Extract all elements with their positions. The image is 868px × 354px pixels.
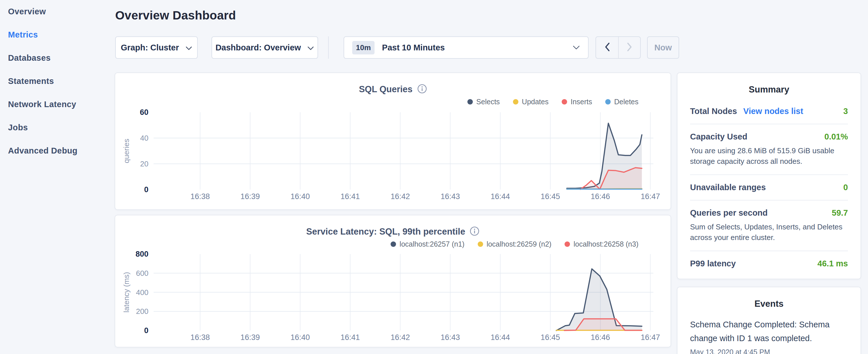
svg-text:16:42: 16:42 [391, 333, 410, 342]
svg-text:16:45: 16:45 [541, 192, 560, 201]
chevron-down-icon [185, 43, 192, 53]
sidebar-item-overview[interactable]: Overview [0, 0, 115, 23]
chart-header: Service Latency: SQL, 99th percentile [115, 226, 671, 237]
legend-label: Inserts [570, 98, 592, 106]
svg-text:600: 600 [136, 269, 149, 278]
svg-text:0: 0 [144, 326, 149, 335]
chevron-left-icon [604, 42, 610, 53]
graph-dropdown[interactable]: Graph: Cluster [115, 36, 198, 59]
legend-dot-icon [562, 99, 567, 104]
svg-text:latency (ms): latency (ms) [122, 272, 131, 313]
summary-row: Unavailable ranges0 [690, 174, 848, 200]
summary-row-label: Capacity Used [690, 132, 747, 141]
sidebar-item-advanced-debug[interactable]: Advanced Debug [0, 139, 115, 162]
info-icon[interactable] [417, 84, 427, 95]
summary-row-label: Unavailable ranges [690, 183, 766, 192]
svg-text:16:39: 16:39 [241, 192, 260, 201]
dashboard-dropdown-label: Dashboard: Overview [216, 43, 301, 53]
sidebar-item-statements[interactable]: Statements [0, 70, 115, 93]
svg-text:60: 60 [140, 108, 149, 117]
svg-text:16:38: 16:38 [191, 333, 210, 342]
summary-panel: Summary Total NodesView nodes list3Capac… [677, 72, 861, 279]
legend-dot-icon [513, 99, 518, 104]
sidebar-item-jobs[interactable]: Jobs [0, 116, 115, 139]
chart-title: SQL Queries [359, 84, 412, 95]
svg-text:800: 800 [135, 250, 149, 258]
event-message: Schema Change Completed: Schema change w… [690, 318, 848, 345]
legend-item[interactable]: Inserts [562, 98, 592, 106]
svg-text:16:44: 16:44 [491, 333, 510, 342]
svg-text:16:40: 16:40 [290, 333, 310, 342]
legend-item[interactable]: Deletes [605, 98, 639, 106]
chart-legend: SelectsUpdatesInsertsDeletes [467, 98, 639, 106]
page-title: Overview Dashboard [115, 9, 236, 22]
svg-text:16:43: 16:43 [440, 333, 460, 342]
summary-row-value: 0.01% [825, 132, 848, 141]
summary-row-label: P99 latency [690, 259, 736, 268]
sidebar-item-metrics[interactable]: Metrics [0, 23, 115, 46]
legend-item[interactable]: Selects [467, 98, 500, 106]
legend-label: Selects [476, 98, 500, 106]
time-forward-button[interactable] [618, 37, 640, 58]
svg-text:16:43: 16:43 [440, 192, 460, 201]
summary-row: Capacity Used0.01%You are using 28.6 MiB… [690, 124, 848, 174]
summary-row: Queries per second59.7Sum of Selects, Up… [690, 200, 848, 251]
chart-title: Service Latency: SQL, 99th percentile [306, 227, 465, 237]
summary-row-value: 3 [843, 106, 848, 116]
legend-label: localhost:26258 (n3) [574, 240, 639, 248]
time-range-selector[interactable]: 10m Past 10 Minutes [344, 36, 589, 59]
svg-text:16:40: 16:40 [290, 192, 310, 201]
legend-dot-icon [467, 99, 473, 104]
time-range-badge: 10m [352, 41, 375, 55]
svg-text:16:42: 16:42 [391, 192, 410, 201]
sidebar-item-databases[interactable]: Databases [0, 46, 115, 70]
legend-label: localhost:26257 (n1) [400, 240, 465, 248]
event-item[interactable]: Schema Change Completed: Schema change w… [690, 318, 848, 354]
now-button[interactable]: Now [647, 36, 679, 59]
chevron-right-icon [626, 42, 633, 53]
legend-item[interactable]: Updates [513, 98, 549, 106]
sidebar: OverviewMetricsDatabasesStatementsNetwor… [0, 0, 115, 354]
legend-label: Deletes [614, 98, 639, 106]
svg-text:16:41: 16:41 [340, 333, 360, 342]
series [556, 269, 642, 330]
summary-rows: Total NodesView nodes list3Capacity Used… [690, 99, 848, 276]
svg-text:16:39: 16:39 [241, 333, 260, 342]
dashboard-dropdown[interactable]: Dashboard: Overview [212, 36, 318, 59]
legend-item[interactable]: localhost:26257 (n1) [391, 240, 465, 248]
chevron-down-icon [307, 43, 314, 53]
legend-dot-icon [478, 242, 483, 247]
summary-row-value: 46.1 ms [817, 259, 848, 268]
summary-row: P99 latency46.1 ms [690, 251, 848, 276]
svg-text:20: 20 [140, 160, 149, 168]
chart-header: SQL Queries [115, 84, 671, 95]
summary-row-label: Queries per second [690, 208, 768, 218]
legend-label: Updates [522, 98, 549, 106]
svg-text:16:45: 16:45 [541, 333, 560, 342]
graph-dropdown-label: Graph: Cluster [121, 43, 179, 53]
view-nodes-list-link[interactable]: View nodes list [743, 106, 803, 116]
sidebar-item-network-latency[interactable]: Network Latency [0, 93, 115, 116]
legend-label: localhost:26259 (n2) [487, 240, 552, 248]
legend-dot-icon [391, 242, 396, 247]
controls-bar: Graph: Cluster Dashboard: Overview 10m P… [115, 36, 679, 59]
svg-text:16:46: 16:46 [591, 333, 610, 342]
time-range-label: Past 10 Minutes [382, 43, 445, 53]
summary-row-description: Sum of Selects, Updates, Inserts, and De… [690, 222, 848, 243]
svg-text:16:44: 16:44 [491, 192, 510, 201]
time-back-button[interactable] [596, 37, 618, 58]
svg-text:16:47: 16:47 [641, 192, 660, 201]
sql-queries-panel: SQL Queries SelectsUpdatesInsertsDeletes… [115, 72, 671, 210]
event-timestamp: May 13, 2020 at 4:45 PM [690, 348, 848, 354]
legend-dot-icon [605, 99, 611, 104]
series [567, 123, 642, 190]
legend-item[interactable]: localhost:26258 (n3) [564, 240, 639, 248]
legend-item[interactable]: localhost:26259 (n2) [478, 240, 552, 248]
svg-text:16:41: 16:41 [340, 192, 360, 201]
summary-row-description: You are using 28.6 MiB of 515.9 GiB usab… [690, 146, 848, 167]
summary-row-value: 0 [843, 183, 848, 192]
summary-row: Total NodesView nodes list3 [690, 99, 848, 124]
legend-dot-icon [564, 242, 570, 247]
svg-text:200: 200 [136, 307, 149, 316]
info-icon[interactable] [470, 226, 479, 237]
